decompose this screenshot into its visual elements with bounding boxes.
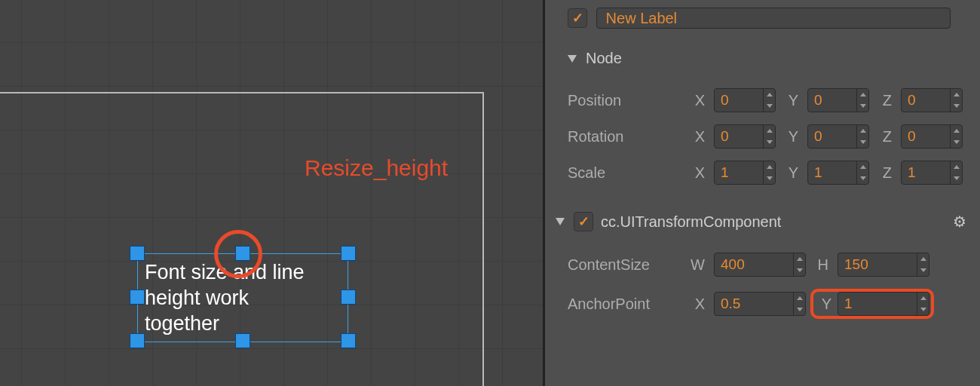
spinner[interactable] bbox=[856, 161, 868, 184]
resize-handle-middle-left[interactable] bbox=[130, 290, 145, 305]
position-row: Position X Y Z bbox=[545, 82, 980, 118]
axis-y-label: Y bbox=[782, 92, 798, 109]
spinner[interactable] bbox=[793, 253, 805, 276]
position-label: Position bbox=[568, 92, 688, 109]
anchorpoint-y-input[interactable] bbox=[838, 292, 929, 316]
resize-handle-top-left[interactable] bbox=[130, 246, 145, 261]
rotation-z-input[interactable] bbox=[901, 124, 963, 149]
spinner[interactable] bbox=[917, 253, 929, 276]
spinner[interactable] bbox=[856, 89, 868, 112]
resize-handle-bottom-middle[interactable] bbox=[235, 333, 250, 348]
node-name-field[interactable]: New Label bbox=[596, 8, 951, 29]
rotation-label: Rotation bbox=[568, 128, 688, 146]
resize-handle-middle-right[interactable] bbox=[341, 290, 356, 305]
scale-row: Scale X Y Z bbox=[545, 155, 980, 191]
position-y-input[interactable] bbox=[807, 88, 869, 112]
rotation-x-input[interactable] bbox=[714, 124, 776, 149]
component-title: cc.UITransformComponent bbox=[601, 213, 781, 231]
anchorpoint-x-input[interactable] bbox=[714, 292, 806, 316]
section-header-uitransform[interactable]: ✓ cc.UITransformComponent ⚙ bbox=[545, 204, 980, 236]
spinner[interactable] bbox=[917, 293, 929, 315]
spinner[interactable] bbox=[856, 125, 868, 148]
axis-z-label: Z bbox=[875, 92, 892, 109]
node-enabled-checkbox[interactable]: ✓ bbox=[568, 8, 587, 28]
scale-x-input[interactable] bbox=[714, 161, 776, 185]
gear-icon[interactable]: ⚙ bbox=[953, 213, 966, 231]
contentsize-h-input[interactable] bbox=[838, 253, 929, 277]
spinner[interactable] bbox=[950, 89, 962, 112]
spinner[interactable] bbox=[763, 161, 775, 184]
axis-x-label: X bbox=[688, 92, 705, 109]
axis-w-label: W bbox=[688, 256, 705, 274]
anchorpoint-row: AnchorPoint X Y bbox=[545, 283, 980, 325]
annotation-circle bbox=[214, 230, 262, 278]
contentsize-row: ContentSize W H bbox=[545, 247, 980, 283]
section-header-node[interactable]: Node bbox=[545, 42, 980, 72]
rotation-y-input[interactable] bbox=[807, 124, 869, 149]
inspector-panel: ✓ New Label Node Position X Y Z bbox=[543, 0, 980, 386]
position-x-input[interactable] bbox=[714, 88, 776, 112]
section-title-node: Node bbox=[586, 50, 622, 67]
contentsize-label: ContentSize bbox=[568, 256, 688, 274]
scene-canvas[interactable]: Resize_height Font size and line height … bbox=[0, 0, 543, 386]
component-enabled-checkbox[interactable]: ✓ bbox=[574, 212, 593, 231]
scale-label: Scale bbox=[568, 164, 688, 182]
anchorpoint-label: AnchorPoint bbox=[568, 296, 688, 313]
axis-h-label: H bbox=[812, 256, 828, 274]
spinner[interactable] bbox=[763, 125, 775, 148]
chevron-down-icon bbox=[556, 218, 565, 225]
spinner[interactable] bbox=[793, 293, 805, 315]
chevron-down-icon bbox=[568, 55, 577, 63]
resize-handle-bottom-left[interactable] bbox=[130, 333, 145, 348]
scene-annotation-label: Resize_height bbox=[305, 155, 448, 181]
spinner[interactable] bbox=[763, 89, 775, 112]
scale-z-input[interactable] bbox=[901, 161, 963, 185]
scale-y-input[interactable] bbox=[807, 161, 869, 185]
rotation-row: Rotation X Y Z bbox=[545, 118, 980, 155]
annotation-highlight-anchor-y: Y bbox=[810, 289, 934, 319]
spinner[interactable] bbox=[950, 161, 962, 184]
position-z-input[interactable] bbox=[901, 88, 963, 112]
spinner[interactable] bbox=[950, 125, 962, 148]
contentsize-w-input[interactable] bbox=[714, 253, 806, 277]
resize-handle-top-right[interactable] bbox=[341, 246, 356, 261]
resize-handle-bottom-right[interactable] bbox=[341, 333, 356, 348]
